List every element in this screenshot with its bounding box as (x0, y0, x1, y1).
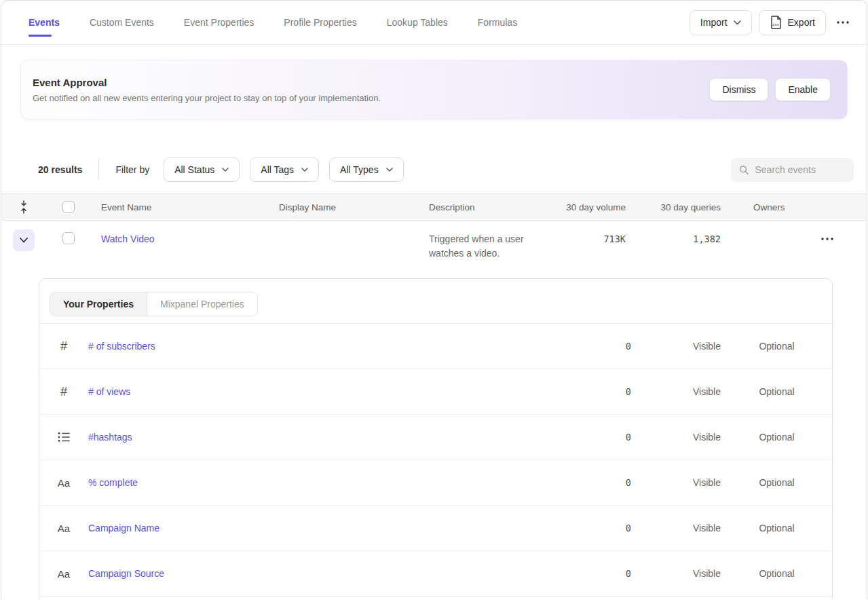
property-row: #hashtags 0 Visible Optional (39, 415, 832, 460)
search-input[interactable] (755, 164, 847, 175)
property-visibility[interactable]: Visible (672, 432, 742, 443)
top-navigation: Events Custom Events Event Properties Pr… (1, 1, 867, 45)
property-requirement[interactable]: Optional (742, 477, 812, 488)
chevron-down-icon (222, 168, 229, 172)
column-30-day-volume: 30 day volume (558, 202, 626, 212)
property-row: Aa Campaign Source 0 Visible Optional (39, 551, 832, 597)
svg-text:csv: csv (772, 22, 780, 26)
banner-title: Event Approval (33, 77, 381, 88)
property-queries: 0 (570, 477, 631, 488)
dismiss-button[interactable]: Dismiss (709, 78, 768, 101)
chevron-down-icon (301, 168, 308, 172)
tab-your-properties[interactable]: Your Properties (50, 293, 147, 316)
tab-profile-properties[interactable]: Profile Properties (284, 1, 356, 44)
properties-tabs: Your Properties Mixpanel Properties (39, 279, 832, 324)
number-property-icon: # (39, 385, 88, 399)
topnav-actions: Import csv Export (690, 10, 853, 35)
property-link[interactable]: Campaign Source (88, 568, 570, 579)
tab-lookup-tables[interactable]: Lookup Tables (387, 1, 448, 44)
property-requirement[interactable]: Optional (742, 523, 812, 533)
events-table-header: Event Name Display Name Description 30 d… (1, 193, 867, 221)
property-queries: 0 (570, 341, 631, 352)
property-visibility[interactable]: Visible (672, 523, 742, 533)
property-queries: 0 (570, 432, 631, 443)
queries-cell: 1,382 (626, 232, 721, 246)
collapse-all-icon[interactable] (19, 200, 29, 214)
ellipsis-icon (837, 21, 849, 24)
volume-cell: 713K (558, 232, 626, 246)
search-box (731, 158, 854, 182)
event-name-link[interactable]: Watch Video (101, 233, 155, 244)
property-queries: 0 (570, 523, 631, 533)
property-requirement[interactable]: Optional (742, 568, 812, 579)
owners-cell (721, 232, 867, 246)
column-owners: Owners (721, 202, 867, 212)
results-count: 20 results (38, 164, 82, 175)
banner-actions: Dismiss Enable (709, 78, 831, 101)
filter-row: 20 results Filter by All Status All Tags… (1, 157, 867, 182)
ellipsis-icon (821, 238, 833, 240)
row-actions-button[interactable] (817, 233, 837, 244)
property-link[interactable]: Campaign Name (88, 523, 570, 533)
status-filter-dropdown[interactable]: All Status (164, 157, 240, 182)
property-queries: 0 (570, 568, 631, 579)
chevron-down-icon (734, 20, 741, 25)
event-row-watch-video: Watch Video Triggered when a user watche… (1, 221, 867, 278)
property-visibility[interactable]: Visible (672, 568, 742, 579)
property-row: # # of subscribers 0 Visible Optional (39, 324, 832, 369)
enable-button[interactable]: Enable (775, 78, 831, 101)
tab-events[interactable]: Events (29, 1, 60, 44)
select-all-checkbox[interactable] (62, 201, 75, 213)
column-display-name: Display Name (279, 202, 429, 212)
text-property-icon: Aa (39, 477, 88, 489)
export-button[interactable]: csv Export (759, 10, 826, 35)
row-checkbox[interactable] (62, 232, 75, 244)
column-description: Description (429, 202, 558, 212)
column-event-name: Event Name (91, 202, 279, 212)
number-property-icon: # (39, 339, 88, 354)
property-row: # # of views 0 Visible Optional (39, 369, 832, 415)
tags-filter-dropdown[interactable]: All Tags (250, 157, 319, 182)
active-tab-underline (29, 35, 52, 37)
banner-text: Event Approval Get notified on all new e… (33, 77, 381, 103)
banner-description: Get notified on all new events entering … (33, 93, 381, 103)
event-approval-banner: Event Approval Get notified on all new e… (20, 60, 848, 119)
types-filter-dropdown[interactable]: All Types (329, 157, 404, 182)
property-link[interactable]: % complete (88, 477, 570, 488)
tab-mixpanel-properties[interactable]: Mixpanel Properties (147, 293, 257, 316)
property-requirement[interactable]: Optional (742, 386, 812, 397)
property-link[interactable]: #hashtags (88, 432, 570, 443)
csv-file-icon: csv (770, 16, 782, 29)
property-row: Aa % complete 0 Visible Optional (39, 460, 832, 506)
property-visibility[interactable]: Visible (672, 477, 742, 488)
more-options-button[interactable] (833, 17, 853, 28)
filter-by-label: Filter by (115, 164, 149, 175)
tab-formulas[interactable]: Formulas (478, 1, 517, 44)
property-visibility[interactable]: Visible (672, 341, 742, 352)
property-row: Aa Campaign Name 0 Visible Optional (39, 506, 832, 551)
property-visibility[interactable]: Visible (672, 386, 742, 397)
column-30-day-queries: 30 day queries (626, 202, 721, 212)
tab-custom-events[interactable]: Custom Events (90, 1, 154, 44)
lexicon-tabs: Events Custom Events Event Properties Pr… (29, 1, 517, 44)
property-link[interactable]: # of views (88, 386, 570, 397)
chevron-down-icon (386, 168, 393, 172)
text-property-icon: Aa (39, 523, 88, 534)
description-cell: Triggered when a user watches a video. (429, 232, 558, 261)
tab-events-label: Events (29, 17, 60, 28)
text-property-icon: Aa (39, 568, 88, 580)
chevron-down-icon (20, 238, 28, 243)
import-button[interactable]: Import (690, 10, 752, 35)
list-property-icon (39, 432, 88, 443)
lexicon-events-page: Events Custom Events Event Properties Pr… (1, 0, 867, 599)
property-link[interactable]: # of subscribers (88, 341, 570, 352)
property-requirement[interactable]: Optional (742, 432, 812, 443)
collapse-row-button[interactable] (13, 229, 35, 251)
event-properties-panel: Your Properties Mixpanel Properties # # … (39, 278, 833, 599)
property-requirement[interactable]: Optional (742, 341, 812, 352)
divider (98, 159, 99, 181)
tab-event-properties[interactable]: Event Properties (184, 1, 254, 44)
search-icon (739, 164, 749, 176)
properties-segmented-control: Your Properties Mixpanel Properties (50, 292, 258, 316)
property-queries: 0 (570, 386, 631, 397)
